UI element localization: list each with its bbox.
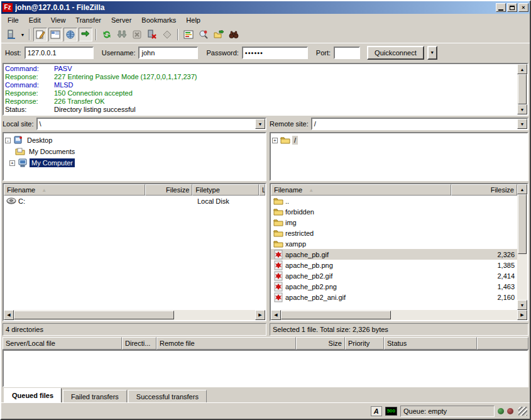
local-site-combobox[interactable]: \ ▼ — [36, 118, 266, 130]
tree-item-my-computer[interactable]: + My Computer — [5, 157, 264, 169]
scrollbar-thumb[interactable] — [281, 311, 391, 319]
message-log-lines: Command:PASV Response:227 Entering Passi… — [4, 64, 517, 114]
remote-file-row[interactable]: apache_pb.png1,385 — [271, 260, 517, 270]
remote-file-row[interactable]: apache_pb2.gif2,414 — [271, 270, 517, 281]
remote-file-row[interactable]: img — [271, 217, 517, 228]
column-server-local-file[interactable]: Server/Local file — [3, 337, 122, 350]
tab-successful-transfers[interactable]: Successful transfers — [128, 390, 207, 402]
sort-ascending-icon: ▲ — [309, 187, 314, 193]
menu-file[interactable]: File — [3, 15, 24, 25]
scrollbar-thumb[interactable] — [518, 194, 527, 254]
reconnect-button[interactable] — [160, 28, 174, 41]
column-filesize[interactable]: Filesize — [145, 184, 192, 196]
tab-failed-transfers[interactable]: Failed transfers — [63, 390, 127, 402]
local-list-header: Filename▲ Filesize Filetype L — [4, 184, 265, 196]
chevron-down-icon[interactable]: ▼ — [255, 119, 265, 129]
host-input[interactable]: 127.0.0.1 — [25, 47, 94, 59]
port-input[interactable] — [334, 47, 360, 59]
menu-edit[interactable]: Edit — [24, 15, 46, 25]
toolbar: ▼ — [1, 26, 530, 43]
column-size[interactable]: Size — [296, 337, 345, 350]
data-type-indicator[interactable]: A — [371, 406, 382, 416]
scrollbar-thumb[interactable] — [14, 311, 174, 319]
directory-comparison-button[interactable] — [182, 28, 195, 41]
menu-view[interactable]: View — [46, 15, 71, 25]
scroll-right-icon[interactable]: ▶ — [517, 310, 527, 320]
scroll-down-icon[interactable]: ▼ — [517, 104, 527, 114]
remote-vertical-scrollbar[interactable]: ▲ ▼ — [517, 184, 527, 310]
minimize-button[interactable] — [496, 3, 506, 12]
remote-file-row[interactable]: apache_pb2_ani.gif2,160 — [271, 292, 517, 302]
column-filename[interactable]: Filename▲ — [271, 184, 451, 196]
remote-file-row[interactable]: apache_pb2.png1,463 — [271, 281, 517, 292]
folder-icon — [273, 228, 283, 238]
password-label: Password: — [206, 49, 238, 57]
directory-listing-filters-button[interactable] — [197, 28, 211, 41]
quickconnect-button[interactable]: Quickconnect — [367, 46, 424, 60]
log-label: Command: — [5, 81, 54, 89]
remote-file-row[interactable]: forbidden — [271, 206, 517, 217]
find-files-button[interactable] — [227, 28, 241, 41]
scrollbar-thumb[interactable] — [518, 74, 527, 104]
toggle-local-tree-button[interactable] — [48, 28, 62, 41]
log-scrollbar[interactable]: ▲ ▼ — [517, 64, 527, 114]
remote-file-row-selected[interactable]: apache_pb.gif2,326 — [271, 249, 517, 260]
column-last-modified[interactable]: L — [259, 184, 265, 196]
close-button[interactable]: × — [518, 3, 528, 12]
tab-queued-files[interactable]: Queued files — [4, 388, 62, 402]
username-input[interactable]: john — [138, 47, 198, 59]
column-remote-file[interactable]: Remote file — [156, 337, 296, 350]
collapse-icon[interactable]: - — [5, 138, 11, 143]
file-size: 1,463 — [451, 283, 517, 290]
scroll-up-icon[interactable]: ▲ — [517, 184, 527, 194]
refresh-button[interactable] — [100, 28, 114, 41]
column-priority[interactable]: Priority — [345, 337, 384, 350]
column-filesize[interactable]: Filesize — [451, 184, 517, 196]
resize-grip-icon[interactable] — [518, 407, 527, 416]
chevron-down-icon[interactable]: ▼ — [517, 119, 527, 129]
column-status[interactable]: Status — [384, 337, 477, 350]
remote-horizontal-scrollbar[interactable]: ◀ ▶ — [271, 310, 527, 320]
cancel-operation-button[interactable] — [130, 28, 144, 41]
quickconnect-dropdown[interactable]: ▼ — [427, 46, 437, 60]
password-input[interactable]: •••••• — [242, 47, 308, 59]
maximize-button[interactable] — [507, 3, 517, 12]
menu-bookmarks[interactable]: Bookmarks — [136, 15, 181, 25]
expand-icon[interactable]: + — [272, 138, 278, 143]
remote-file-row[interactable]: restricted — [271, 228, 517, 238]
site-manager-button[interactable] — [4, 28, 18, 41]
column-filetype[interactable]: Filetype — [192, 184, 259, 196]
speed-limit-indicator[interactable]: 500 — [385, 407, 397, 416]
expand-icon[interactable]: + — [9, 160, 15, 166]
local-horizontal-scrollbar[interactable]: ◀ ▶ — [4, 310, 265, 320]
file-name: apache_pb2.gif — [285, 272, 332, 280]
site-manager-dropdown[interactable]: ▼ — [19, 28, 26, 41]
local-file-row[interactable]: C: Local Disk — [4, 196, 265, 206]
scroll-left-icon[interactable]: ◀ — [4, 310, 14, 320]
menu-server[interactable]: Server — [106, 15, 136, 25]
disconnect-button[interactable] — [145, 28, 159, 41]
menu-transfer[interactable]: Transfer — [70, 15, 106, 25]
scroll-down-icon[interactable]: ▼ — [517, 300, 527, 310]
directory-comparison-icon — [183, 30, 194, 40]
remote-file-row[interactable]: .. — [271, 196, 517, 206]
image-file-icon — [273, 271, 283, 281]
scroll-left-icon[interactable]: ◀ — [271, 310, 281, 320]
toggle-message-log-button[interactable] — [33, 28, 47, 41]
tree-item-desktop[interactable]: - Desktop — [5, 135, 264, 146]
scroll-up-icon[interactable]: ▲ — [517, 64, 527, 74]
minimize-icon — [498, 9, 503, 11]
toggle-queue-button[interactable] — [79, 28, 92, 41]
column-filename[interactable]: Filename▲ — [4, 184, 145, 196]
remote-site-combobox[interactable]: / ▼ — [311, 118, 528, 130]
transfer-queue: Server/Local file Directi... Remote file… — [3, 337, 528, 387]
synchronized-browsing-button[interactable] — [212, 28, 226, 41]
tree-item-root[interactable]: + / — [272, 135, 526, 146]
column-direction[interactable]: Directi... — [122, 337, 156, 350]
menu-help[interactable]: Help — [181, 15, 205, 25]
process-queue-button[interactable] — [115, 28, 129, 41]
toggle-remote-tree-button[interactable] — [63, 28, 77, 41]
remote-file-row[interactable]: xampp — [271, 238, 517, 249]
tree-item-my-documents[interactable]: My Documents — [5, 146, 264, 157]
scroll-right-icon[interactable]: ▶ — [255, 310, 265, 320]
